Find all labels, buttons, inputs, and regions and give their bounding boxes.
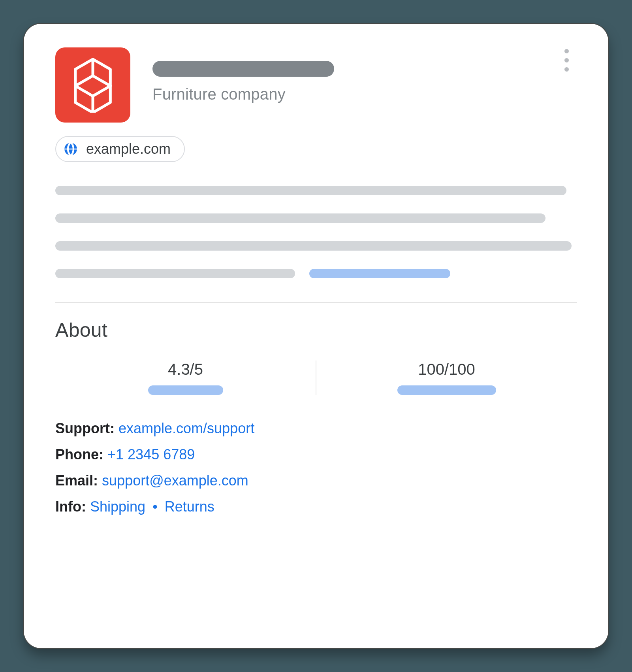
text-placeholder bbox=[55, 269, 295, 278]
title-column: Furniture company bbox=[152, 47, 334, 103]
kebab-dot-icon bbox=[564, 58, 569, 62]
website-url: example.com bbox=[86, 141, 171, 157]
rating-label-placeholder bbox=[148, 385, 223, 395]
company-name-placeholder bbox=[152, 61, 334, 77]
score-stat: 100/100 bbox=[316, 361, 577, 395]
kebab-dot-icon bbox=[564, 49, 569, 53]
text-placeholder bbox=[55, 186, 566, 195]
website-chip[interactable]: example.com bbox=[55, 136, 185, 162]
score-value: 100/100 bbox=[418, 361, 475, 378]
rating-value: 4.3/5 bbox=[168, 361, 203, 378]
about-heading: About bbox=[55, 319, 577, 342]
contact-list: Support: example.com/support Phone: +1 2… bbox=[55, 420, 577, 515]
globe-icon bbox=[63, 142, 78, 157]
email-label: Email: bbox=[55, 472, 98, 489]
company-category: Furniture company bbox=[152, 85, 334, 103]
support-row: Support: example.com/support bbox=[55, 420, 577, 437]
phone-row: Phone: +1 2345 6789 bbox=[55, 446, 577, 463]
kebab-dot-icon bbox=[564, 67, 569, 72]
text-placeholder bbox=[55, 241, 572, 251]
shipping-link[interactable]: Shipping bbox=[90, 498, 145, 515]
info-row: Info: Shipping • Returns bbox=[55, 498, 577, 515]
returns-link[interactable]: Returns bbox=[165, 498, 214, 515]
score-label-placeholder bbox=[397, 385, 496, 395]
link-placeholder bbox=[309, 269, 450, 278]
stats-row: 4.3/5 100/100 bbox=[55, 361, 577, 395]
company-logo bbox=[55, 47, 130, 123]
more-options-button[interactable] bbox=[558, 49, 575, 72]
support-label: Support: bbox=[55, 420, 115, 436]
section-divider bbox=[55, 302, 577, 303]
phone-link[interactable]: +1 2345 6789 bbox=[107, 446, 195, 462]
text-placeholder bbox=[55, 213, 545, 223]
email-row: Email: support@example.com bbox=[55, 472, 577, 489]
description-placeholder-block bbox=[55, 186, 577, 278]
rating-stat: 4.3/5 bbox=[55, 361, 316, 395]
info-separator: • bbox=[149, 498, 161, 515]
email-link[interactable]: support@example.com bbox=[102, 472, 248, 489]
phone-label: Phone: bbox=[55, 446, 103, 462]
info-label: Info: bbox=[55, 498, 86, 515]
knowledge-panel-card: Furniture company example.com About 4.3/… bbox=[24, 24, 608, 648]
header-row: Furniture company bbox=[55, 47, 577, 123]
support-link[interactable]: example.com/support bbox=[118, 420, 254, 436]
chair-icon bbox=[69, 57, 117, 113]
